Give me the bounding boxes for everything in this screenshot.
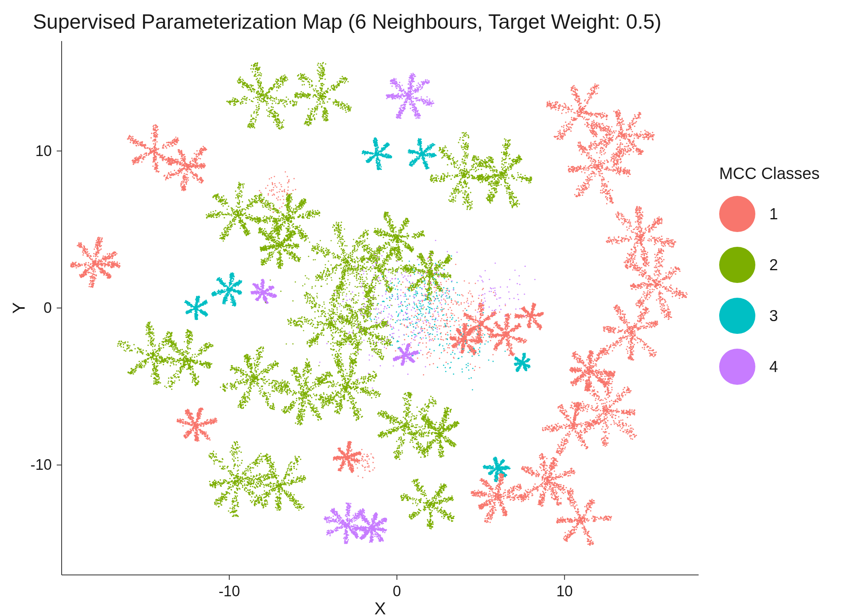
svg-point-5563 — [458, 142, 459, 143]
svg-point-20335 — [248, 386, 249, 388]
svg-point-15942 — [349, 356, 351, 357]
svg-point-2389 — [636, 135, 637, 136]
svg-point-29718 — [588, 508, 589, 510]
svg-point-7411 — [229, 222, 231, 223]
svg-point-2256 — [575, 96, 577, 97]
svg-point-33469 — [327, 253, 328, 254]
svg-point-19087 — [152, 344, 154, 345]
svg-point-1243 — [396, 82, 397, 83]
svg-point-34172 — [434, 265, 436, 266]
svg-point-19535 — [192, 380, 193, 382]
svg-point-983 — [317, 64, 318, 66]
svg-point-11548 — [365, 244, 366, 246]
svg-point-15315 — [364, 313, 365, 314]
svg-point-19383 — [141, 366, 142, 367]
svg-point-15175 — [325, 320, 327, 321]
svg-point-21129 — [300, 413, 301, 414]
svg-point-2553 — [616, 149, 618, 150]
svg-point-2148 — [569, 109, 570, 110]
svg-point-18503 — [631, 340, 632, 341]
svg-point-29941 — [571, 529, 572, 530]
svg-point-19430 — [141, 351, 142, 352]
svg-point-2197 — [563, 109, 564, 110]
svg-point-30430 — [245, 468, 247, 469]
svg-point-25884 — [387, 430, 388, 431]
svg-point-34112 — [363, 273, 364, 274]
svg-point-25911 — [378, 436, 380, 437]
svg-point-14965 — [321, 332, 323, 333]
svg-point-34015 — [390, 324, 391, 325]
svg-point-28853 — [489, 485, 491, 486]
svg-point-20781 — [302, 374, 304, 375]
svg-point-26257 — [402, 422, 403, 423]
svg-point-15167 — [311, 295, 312, 297]
svg-point-25068 — [572, 424, 573, 425]
svg-point-9661 — [640, 214, 641, 216]
svg-point-33228 — [423, 374, 424, 375]
svg-point-26090 — [404, 418, 406, 419]
svg-point-33440 — [426, 324, 427, 326]
svg-point-34222 — [489, 336, 490, 337]
svg-point-15104 — [290, 325, 291, 326]
svg-point-25534 — [195, 435, 196, 437]
svg-point-25207 — [186, 411, 187, 413]
svg-point-9884 — [648, 240, 650, 241]
svg-point-7119 — [241, 195, 242, 196]
svg-point-8693 — [291, 234, 292, 235]
svg-point-11496 — [347, 268, 348, 269]
svg-point-13305 — [220, 283, 221, 284]
svg-point-33392 — [499, 343, 501, 345]
svg-point-3278 — [155, 142, 156, 143]
svg-point-2353 — [640, 134, 641, 136]
svg-point-2931 — [164, 159, 165, 160]
svg-point-24057 — [622, 419, 623, 421]
svg-point-30711 — [265, 484, 267, 485]
svg-point-665 — [329, 98, 330, 99]
svg-point-25803 — [404, 439, 405, 440]
svg-point-33435 — [440, 338, 441, 340]
svg-point-7078 — [238, 186, 239, 187]
svg-point-21942 — [368, 381, 369, 382]
svg-point-11407 — [350, 260, 351, 261]
svg-point-2064 — [561, 126, 562, 127]
svg-point-26170 — [419, 411, 420, 412]
svg-point-27820 — [496, 477, 498, 478]
svg-point-13126 — [655, 267, 656, 268]
svg-point-32924 — [379, 538, 381, 540]
svg-point-34303 — [494, 287, 496, 289]
svg-point-15282 — [332, 297, 333, 298]
svg-point-33331 — [427, 357, 428, 359]
svg-point-6461 — [612, 190, 613, 191]
svg-point-34178 — [386, 269, 388, 271]
svg-point-30252 — [213, 451, 214, 452]
svg-point-33898 — [421, 293, 422, 294]
svg-point-16575 — [467, 316, 468, 317]
svg-point-12764 — [662, 293, 663, 294]
svg-point-21603 — [337, 391, 339, 392]
svg-point-6183 — [516, 163, 517, 164]
svg-point-9082 — [401, 236, 402, 237]
svg-point-8167 — [295, 227, 297, 228]
svg-point-18941 — [639, 341, 641, 342]
svg-point-30284 — [211, 458, 212, 459]
svg-point-16264 — [496, 313, 497, 314]
svg-point-1489 — [413, 98, 414, 99]
svg-point-23672 — [584, 372, 586, 373]
svg-point-823 — [309, 122, 310, 123]
svg-point-19262 — [150, 375, 152, 377]
svg-point-29706 — [591, 507, 592, 508]
svg-point-3809 — [169, 175, 171, 176]
svg-point-11381 — [342, 278, 343, 280]
svg-point-11652 — [391, 253, 392, 254]
svg-point-30141 — [225, 494, 226, 495]
svg-point-1078 — [342, 76, 343, 77]
svg-point-18531 — [622, 336, 623, 337]
svg-point-26364 — [427, 425, 429, 427]
svg-point-26829 — [416, 433, 417, 434]
svg-point-5417 — [443, 180, 445, 181]
svg-point-15296 — [331, 308, 332, 309]
svg-point-31041 — [299, 506, 300, 507]
svg-point-29005 — [517, 484, 519, 485]
svg-point-7448 — [222, 234, 223, 235]
svg-point-26018 — [403, 398, 404, 399]
